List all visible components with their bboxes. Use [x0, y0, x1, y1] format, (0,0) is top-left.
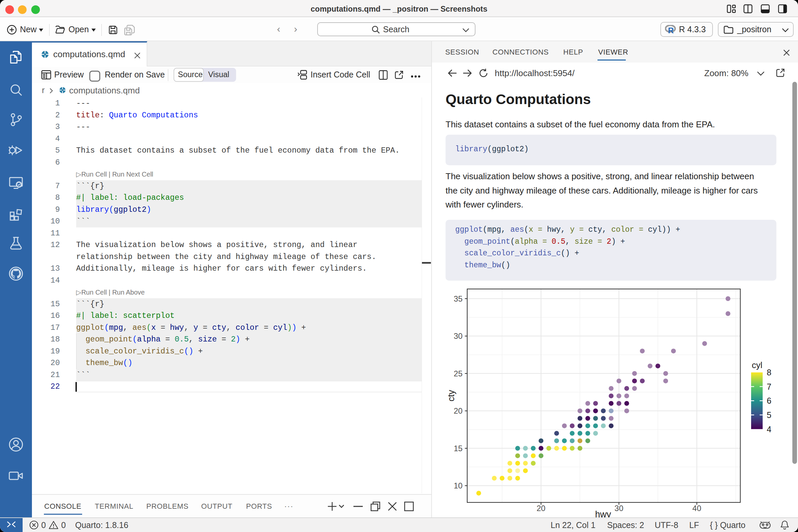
svg-text:25: 25 — [454, 369, 462, 378]
svg-text:15: 15 — [454, 444, 462, 453]
svg-text:30: 30 — [454, 331, 462, 341]
svg-text:10: 10 — [454, 481, 462, 490]
svg-text:cyl: cyl — [752, 360, 762, 370]
svg-text:hwy: hwy — [595, 509, 611, 517]
svg-text:5: 5 — [767, 410, 772, 420]
svg-text:R: R — [668, 26, 673, 34]
svg-text:20: 20 — [454, 406, 462, 415]
svg-text:6: 6 — [767, 396, 772, 405]
svg-text:40: 40 — [692, 504, 701, 513]
svg-text:8: 8 — [767, 368, 772, 377]
svg-text:cty: cty — [446, 390, 456, 401]
svg-text:30: 30 — [614, 504, 624, 513]
svg-text:20: 20 — [537, 504, 546, 513]
svg-text:35: 35 — [454, 294, 462, 303]
svg-text:4: 4 — [767, 424, 772, 434]
svg-text:7: 7 — [767, 382, 772, 391]
